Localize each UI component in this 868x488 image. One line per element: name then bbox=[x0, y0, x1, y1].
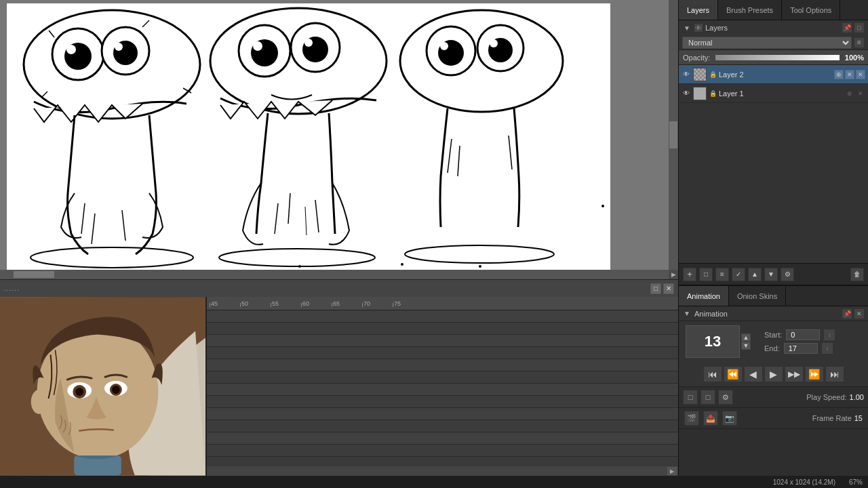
play-speed-value: 1.00 bbox=[850, 393, 864, 401]
tab-layers[interactable]: Layers bbox=[679, 0, 718, 20]
layer-group-btn[interactable]: □ bbox=[699, 268, 713, 281]
ruler-tick-60: 60 bbox=[301, 300, 332, 307]
layer1-action2[interactable]: ✕ bbox=[856, 89, 865, 98]
btn-next-keyframe[interactable]: ⏩ bbox=[805, 366, 824, 382]
layer2-thumb bbox=[693, 68, 707, 81]
timeline-frames-area[interactable] bbox=[207, 310, 678, 466]
svg-point-17 bbox=[253, 41, 262, 51]
layer2-name: Layer 2 bbox=[719, 70, 832, 79]
btn-first-frame[interactable]: ⏮ bbox=[703, 366, 722, 382]
frame-rate-value: 15 bbox=[854, 414, 863, 422]
anim-opt-btn2[interactable]: □ bbox=[701, 390, 715, 405]
timeline-close-btn[interactable]: ✕ bbox=[663, 283, 674, 294]
timeline-header: ...... □ ✕ bbox=[0, 279, 678, 297]
opacity-value: 100% bbox=[845, 54, 864, 62]
btn-play[interactable]: ▶ bbox=[764, 366, 783, 382]
tab-onion-skins[interactable]: Onion Skins bbox=[729, 286, 786, 306]
frame-rate-row: 🎬 📤 📷 Frame Rate 15 bbox=[679, 408, 868, 429]
layer1-thumb bbox=[693, 87, 707, 100]
layer-visibility-icon[interactable]: 👁 bbox=[694, 23, 703, 33]
btn-prev-frame[interactable]: ◀ bbox=[744, 366, 763, 382]
canvas-scrollbar-bottom[interactable] bbox=[0, 270, 669, 279]
scroll-corner: ▶ bbox=[669, 270, 678, 279]
svg-point-7 bbox=[115, 43, 123, 51]
tab-tool-options[interactable]: Tool Options bbox=[782, 0, 840, 20]
svg-point-26 bbox=[490, 39, 498, 47]
layer-item-2[interactable]: 👁 🔒 Layer 2 ⊕ ✕ ✕ bbox=[679, 65, 868, 84]
ruler-tick-45: 45 bbox=[210, 300, 240, 307]
btn-last-frame[interactable]: ⏭ bbox=[825, 366, 844, 382]
layer-item-1[interactable]: 👁 🔒 Layer 1 ⊕ ✕ bbox=[679, 84, 868, 103]
end-stepper[interactable]: ↕ bbox=[822, 343, 833, 354]
start-value[interactable]: 0 bbox=[786, 329, 820, 340]
layer-merge-btn[interactable]: ≡ bbox=[715, 268, 729, 281]
layer-expand-btn[interactable]: □ bbox=[854, 22, 865, 33]
layer2-visibility[interactable]: 👁 bbox=[682, 70, 691, 79]
start-label: Start: bbox=[764, 331, 782, 339]
anim-close-btn[interactable]: ✕ bbox=[854, 308, 865, 319]
timeline-row-2 bbox=[207, 323, 678, 335]
anim-opt-btn1[interactable]: □ bbox=[683, 390, 698, 405]
layer-up-btn[interactable]: ▲ bbox=[748, 268, 762, 281]
anim-opt-btn4[interactable]: 🎬 bbox=[684, 411, 699, 426]
layer1-actions: ⊕ ✕ bbox=[845, 89, 865, 98]
end-value[interactable]: 17 bbox=[784, 343, 818, 354]
anim-opt-btn3[interactable]: ⚙ bbox=[718, 390, 733, 405]
timeline-row-9 bbox=[207, 408, 678, 420]
layer-delete-btn[interactable]: 🗑 bbox=[850, 268, 864, 281]
anim-dropdown-icon[interactable]: ▼ bbox=[682, 309, 692, 319]
canvas-scrollbar-right[interactable] bbox=[669, 0, 678, 270]
timeline-row-8 bbox=[207, 396, 678, 408]
character-portrait bbox=[0, 297, 205, 476]
opacity-slider[interactable] bbox=[715, 55, 840, 60]
anim-opt-btn5[interactable]: 📤 bbox=[703, 411, 718, 426]
ruler-tick-65: 65 bbox=[332, 300, 362, 307]
layer-down-btn[interactable]: ▼ bbox=[764, 268, 778, 281]
panel-tabs: Layers Brush Presets Tool Options bbox=[679, 0, 868, 20]
layer-add-btn[interactable]: + bbox=[683, 268, 696, 281]
btn-next-frame[interactable]: ▶▶ bbox=[785, 366, 804, 382]
canvas-area[interactable] bbox=[7, 3, 610, 271]
anim-opt-btn6[interactable]: 📷 bbox=[722, 411, 737, 426]
end-label: End: bbox=[764, 344, 780, 352]
start-stepper[interactable]: ↕ bbox=[824, 329, 835, 340]
frame-step-down[interactable]: ▼ bbox=[741, 342, 751, 350]
svg-point-25 bbox=[440, 42, 448, 50]
layer2-action2[interactable]: ✕ bbox=[845, 70, 854, 79]
frame-step-up[interactable]: ▲ bbox=[741, 333, 751, 342]
anim-title: Animation bbox=[694, 310, 728, 318]
timeline-close-buttons: □ ✕ bbox=[650, 283, 674, 294]
timeline-expand-btn[interactable]: □ bbox=[650, 283, 661, 294]
timeline-scroll-bottom[interactable]: ▶ bbox=[207, 466, 678, 476]
layer-filter-btn[interactable]: ≡ bbox=[854, 37, 865, 48]
anim-pin-btn[interactable]: 📌 bbox=[842, 308, 852, 319]
scroll-right-arrow[interactable]: ▶ bbox=[667, 467, 677, 475]
svg-point-46 bbox=[112, 386, 120, 394]
timeline-ruler: 45 50 55 60 65 70 75 bbox=[207, 297, 678, 310]
tab-animation[interactable]: Animation bbox=[679, 286, 729, 306]
anim-panel-header: ▼ Animation 📌 ✕ bbox=[679, 306, 868, 321]
layer1-name: Layer 1 bbox=[719, 89, 843, 98]
layers-dropdown-icon[interactable]: ▼ bbox=[682, 23, 692, 33]
layer1-visibility[interactable]: 👁 bbox=[682, 89, 691, 98]
opacity-row: Opacity: 100% bbox=[679, 50, 868, 65]
timeline-row-6 bbox=[207, 371, 678, 384]
ruler-tick-55: 55 bbox=[271, 300, 301, 307]
play-speed-label: Play Speed: bbox=[806, 393, 846, 401]
svg-point-36 bbox=[479, 265, 481, 268]
layer1-lock-icon: 🔒 bbox=[709, 89, 717, 98]
layer2-action1[interactable]: ⊕ bbox=[834, 70, 844, 79]
timeline-row-12 bbox=[207, 445, 678, 457]
layer1-action1[interactable]: ⊕ bbox=[845, 89, 854, 98]
svg-point-38 bbox=[601, 205, 604, 207]
layer2-action3[interactable]: ✕ bbox=[856, 70, 865, 79]
layer-pin-btn[interactable]: 📌 bbox=[842, 22, 852, 33]
layer-settings-btn[interactable]: ⚙ bbox=[781, 268, 794, 281]
blend-mode-select[interactable]: Normal bbox=[682, 37, 852, 49]
svg-point-48 bbox=[31, 390, 47, 414]
layer-check-btn[interactable]: ✓ bbox=[732, 268, 745, 281]
tab-brush-presets[interactable]: Brush Presets bbox=[718, 0, 782, 20]
animation-panel: Animation Onion Skins ▼ Animation 📌 ✕ 13 bbox=[679, 285, 868, 476]
btn-prev-keyframe[interactable]: ⏪ bbox=[724, 366, 743, 382]
timeline-row-7 bbox=[207, 384, 678, 396]
